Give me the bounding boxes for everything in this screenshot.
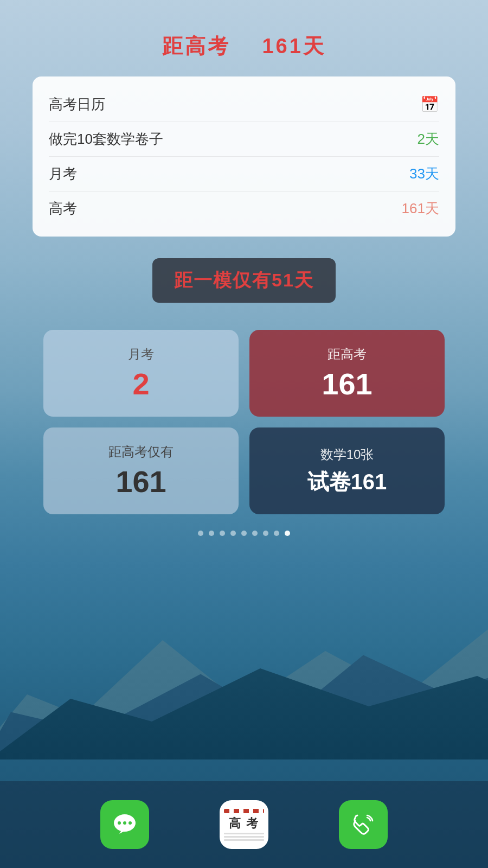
svg-point-1 bbox=[118, 821, 121, 825]
widget-shuxue-number: 试卷161 bbox=[307, 468, 387, 496]
widget-ju-gao-kao-jin-you-number: 161 bbox=[115, 465, 166, 499]
card-row-1-label: 月考 bbox=[49, 164, 77, 183]
phone-handset-icon bbox=[350, 811, 377, 838]
main-content: 距高考 161天 高考日历 📅 做完10套数学卷子 2天 月考 33天 高考 1… bbox=[0, 0, 488, 868]
widget-shuxue[interactable]: 数学10张 试卷161 bbox=[249, 427, 445, 514]
messages-bubble-icon bbox=[111, 811, 138, 838]
widget-ju-gao-kao-label: 距高考 bbox=[328, 346, 367, 363]
widget-yue-kao-number: 2 bbox=[132, 367, 149, 401]
gaokao-app-icon[interactable]: 高 考 bbox=[220, 800, 268, 849]
card-widget[interactable]: 高考日历 📅 做完10套数学卷子 2天 月考 33天 高考 161天 bbox=[33, 76, 455, 237]
dock: 高 考 bbox=[0, 781, 488, 868]
dot-6 bbox=[252, 531, 258, 536]
top-countdown-text: 距高考 161天 bbox=[162, 33, 326, 60]
dot-2 bbox=[209, 531, 214, 536]
dot-7 bbox=[263, 531, 268, 536]
dot-1 bbox=[198, 531, 203, 536]
widget-shuxue-label: 数学10张 bbox=[320, 446, 374, 463]
calendar-icon: 📅 bbox=[420, 95, 439, 113]
svg-point-3 bbox=[129, 821, 132, 825]
card-title: 高考日历 bbox=[49, 95, 105, 114]
phone-app-icon[interactable] bbox=[339, 800, 388, 849]
widget-yue-kao[interactable]: 月考 2 bbox=[43, 330, 239, 417]
card-row-2-label: 高考 bbox=[49, 199, 77, 218]
top-countdown-label: 距高考 bbox=[162, 35, 230, 58]
page-dots bbox=[198, 531, 290, 536]
alert-banner: 距一模仅有51天 bbox=[152, 258, 336, 303]
dot-8 bbox=[274, 531, 279, 536]
dot-3 bbox=[220, 531, 225, 536]
widget-ju-gao-kao-jin-you[interactable]: 距高考仅有 161 bbox=[43, 427, 239, 514]
widget-yue-kao-label: 月考 bbox=[128, 346, 154, 363]
dot-9-active bbox=[285, 531, 290, 536]
svg-point-2 bbox=[123, 821, 126, 825]
widget-ju-gao-kao[interactable]: 距高考 161 bbox=[249, 330, 445, 417]
card-row-2: 高考 161天 bbox=[49, 192, 439, 226]
card-row-1-value: 33天 bbox=[409, 164, 439, 183]
dot-4 bbox=[230, 531, 236, 536]
messages-app-icon[interactable] bbox=[100, 800, 149, 849]
card-row-0: 做完10套数学卷子 2天 bbox=[49, 122, 439, 157]
dot-5 bbox=[241, 531, 247, 536]
card-row-2-value: 161天 bbox=[402, 199, 439, 218]
card-row-0-label: 做完10套数学卷子 bbox=[49, 130, 163, 149]
top-countdown-days: 161天 bbox=[262, 35, 325, 58]
card-row-1: 月考 33天 bbox=[49, 157, 439, 192]
card-header-row: 高考日历 📅 bbox=[49, 87, 439, 122]
widget-ju-gao-kao-number: 161 bbox=[322, 367, 372, 401]
gaokao-app-text: 高 考 bbox=[229, 815, 259, 832]
gaokao-app-top-bar bbox=[224, 809, 264, 813]
alert-banner-text: 距一模仅有51天 bbox=[174, 270, 314, 290]
widget-grid: 月考 2 距高考 161 距高考仅有 161 数学10张 试卷161 bbox=[43, 330, 445, 514]
gaokao-app-calendar-lines bbox=[224, 833, 264, 841]
widget-ju-gao-kao-jin-you-label: 距高考仅有 bbox=[108, 443, 174, 461]
card-row-0-value: 2天 bbox=[418, 130, 439, 149]
